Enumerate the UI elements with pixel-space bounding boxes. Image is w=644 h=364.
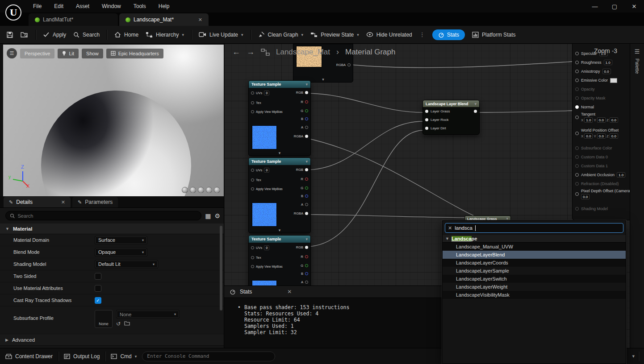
maximize-icon[interactable]: ▢ <box>605 0 624 12</box>
output-pin-g[interactable] <box>305 186 308 190</box>
live-update-button[interactable]: Live Update ▾ <box>199 32 243 38</box>
input-pin-uvs[interactable] <box>251 91 254 95</box>
uvs-value-box[interactable]: 0 <box>264 245 269 250</box>
input-pin-tex[interactable] <box>251 101 254 104</box>
menu-tools[interactable]: Tools <box>128 1 151 11</box>
close-icon[interactable]: ✕ <box>624 0 644 12</box>
minimize-icon[interactable]: — <box>585 0 605 12</box>
tab-parameters[interactable]: ✎ Parameters <box>72 197 118 207</box>
menu-help[interactable]: Help <box>153 1 175 11</box>
browse-asset-icon[interactable] <box>124 321 130 327</box>
palette-icon[interactable]: ☰ <box>634 48 641 55</box>
output-pin-r[interactable] <box>305 100 308 103</box>
output-pin-rgb[interactable] <box>305 91 308 94</box>
tab-landscape-mat[interactable]: Landscape_Mat* ✕ <box>119 13 209 26</box>
chevron-down-icon[interactable]: ▾ <box>305 237 308 241</box>
output-pin-b[interactable] <box>305 194 308 198</box>
menu-asset[interactable]: Asset <box>71 1 95 11</box>
output-pin-a[interactable] <box>305 281 308 284</box>
menu-file[interactable]: File <box>28 1 47 11</box>
subsurface-profile-dropdown[interactable]: None ▾ <box>116 310 180 318</box>
input-pin[interactable] <box>575 70 579 73</box>
details-search-box[interactable] <box>5 211 201 220</box>
hide-unrelated-button[interactable]: Hide Unrelated <box>366 32 412 38</box>
apply-button[interactable]: Apply <box>43 31 66 38</box>
save-button[interactable] <box>6 31 13 38</box>
two-sided-checkbox[interactable] <box>95 273 101 280</box>
show-menu-button[interactable]: Show <box>82 49 103 58</box>
node-header[interactable]: Texture Sample ▾ <box>249 158 310 165</box>
overflow-menu-icon[interactable]: ⋮ <box>419 31 425 38</box>
uvs-value-box[interactable]: 0 <box>264 168 269 173</box>
node-header[interactable]: Texture Sample ▾ <box>249 236 310 243</box>
platform-stats-button[interactable]: Platform Stats <box>472 32 515 38</box>
stats-toggle-button[interactable]: Stats <box>432 29 465 40</box>
preview-custom-mesh-icon[interactable] <box>214 187 220 193</box>
preview-shape-sphere-icon[interactable] <box>190 187 196 193</box>
value-box[interactable]: 0.0 <box>581 194 590 199</box>
chevron-down-icon[interactable]: ▾ <box>305 82 308 87</box>
display-filter-icon[interactable]: ▦ <box>205 213 211 219</box>
node-search-box[interactable]: ✕ landsca <box>445 223 623 233</box>
input-pin-tex[interactable] <box>251 178 254 182</box>
input-pin-tex[interactable] <box>251 256 254 259</box>
content-drawer-button[interactable]: Content Drawer <box>5 353 53 360</box>
preview-shape-cylinder-icon[interactable] <box>182 187 188 193</box>
input-pin[interactable] <box>575 52 579 55</box>
input-pin[interactable] <box>575 132 579 135</box>
value-box[interactable]: 0.0 <box>597 133 606 139</box>
output-pin-r[interactable] <box>305 178 308 181</box>
output-pin-g[interactable] <box>305 109 308 112</box>
node-search-result-selected[interactable]: LandscapeLayerBlend <box>443 251 626 259</box>
node-search-result[interactable]: LandscapeLayerWeight <box>443 283 626 291</box>
input-pin-mipbias[interactable] <box>251 110 254 113</box>
input-pin-uvs[interactable] <box>251 246 254 249</box>
shading-model-dropdown[interactable]: Default Lit ▾ <box>95 260 158 269</box>
value-box[interactable]: 0.0 <box>610 133 618 139</box>
preview-shape-plane-icon[interactable] <box>198 187 204 193</box>
breadcrumb-root[interactable]: Landscape_Mat <box>276 48 330 57</box>
hierarchy-button[interactable]: Hierarchy ▾ <box>146 32 184 38</box>
cmd-dropdown[interactable]: Cmd ▾ <box>111 353 137 360</box>
input-pin[interactable] <box>575 116 579 119</box>
output-log-button[interactable]: Output Log <box>64 353 100 360</box>
home-button[interactable]: Home <box>114 32 138 38</box>
value-box[interactable]: 0.0 <box>602 69 611 74</box>
perspective-button[interactable]: Perspective <box>20 49 54 58</box>
output-pin-rgba[interactable] <box>347 63 351 66</box>
output-pin-rgba[interactable] <box>305 135 308 138</box>
environment-button[interactable]: Epic Headquarters <box>106 49 163 58</box>
preview-shape-cube-icon[interactable] <box>206 187 212 193</box>
input-pin-layer-dirt[interactable] <box>425 127 428 130</box>
color-swatch[interactable] <box>610 78 617 83</box>
output-pin-b[interactable] <box>305 117 308 120</box>
subsurface-profile-thumbnail[interactable]: None <box>95 310 113 328</box>
clean-graph-button[interactable]: Clean Graph ▾ <box>258 31 304 38</box>
output-pin-r[interactable] <box>305 255 308 258</box>
input-pin-uvs[interactable] <box>251 169 254 172</box>
input-pin[interactable] <box>575 173 579 177</box>
section-header-material[interactable]: ▼ Material <box>0 223 224 234</box>
input-pin-mipbias[interactable] <box>251 265 254 268</box>
output-pin-rgb[interactable] <box>305 168 308 171</box>
menu-edit[interactable]: Edit <box>49 1 69 11</box>
settings-gear-icon[interactable]: ⚙ <box>214 213 220 219</box>
breadcrumb-current[interactable]: Material Graph <box>345 48 395 57</box>
texture-sample-node[interactable]: Texture Sample ▾ UVs0 Tex Apply View Mip… <box>248 157 311 233</box>
blend-mode-dropdown[interactable]: Opaque ▾ <box>95 248 147 256</box>
value-box[interactable]: 0.0 <box>584 133 593 139</box>
main-material-node[interactable]: Specular1.0 Roughness1.0 Anisotropy0.0 E… <box>572 44 630 220</box>
output-pin-a[interactable] <box>305 203 308 206</box>
uvs-value-box[interactable]: 0 <box>264 91 269 95</box>
tab-details[interactable]: ✎ Details ✕ <box>4 197 71 207</box>
input-pin-mipbias[interactable] <box>251 187 254 190</box>
input-pin[interactable] <box>575 164 579 168</box>
input-pin-layer-rock[interactable] <box>425 118 428 121</box>
node-search-result[interactable]: LandscapeLayerCoords <box>443 259 626 267</box>
search-button[interactable]: Search <box>73 32 100 38</box>
value-box[interactable]: 0.0 <box>610 117 618 123</box>
cast-ray-traced-shadows-checkbox[interactable]: ✓ <box>95 297 101 304</box>
section-header-advanced[interactable]: ▶ Advanced <box>0 334 224 346</box>
preview-viewport[interactable]: ☰ Perspective Lit Show Epic Headquarters… <box>3 45 224 196</box>
palette-tab[interactable]: Palette <box>635 58 640 74</box>
